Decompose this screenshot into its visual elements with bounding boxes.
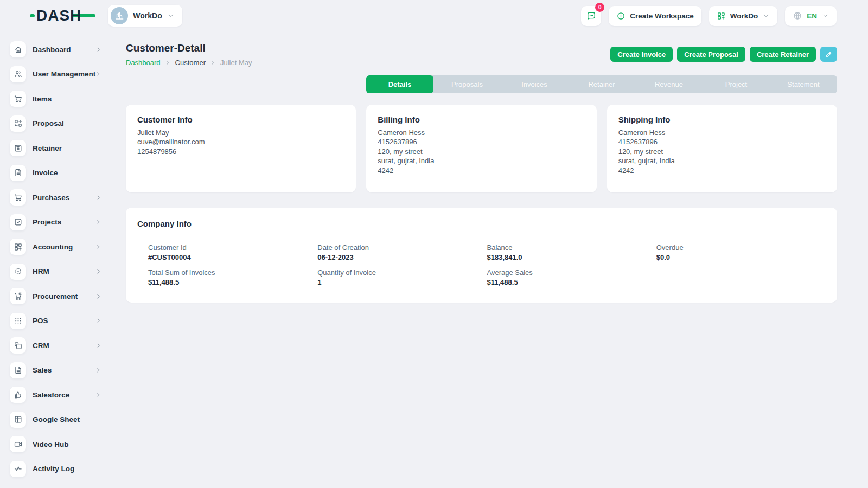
card-line: surat, gujrat, India bbox=[618, 156, 826, 165]
field-label: Overdue bbox=[656, 243, 826, 252]
card-title: Customer Info bbox=[137, 115, 344, 124]
tab-proposals[interactable]: Proposals bbox=[433, 75, 501, 93]
card-lines: Cameron Hess4152637896120, my streetsura… bbox=[618, 128, 826, 175]
thumbs-up-icon bbox=[10, 387, 26, 403]
sidebar: Dashboard User Management Items Proposal… bbox=[0, 41, 115, 485]
activity-icon bbox=[10, 461, 26, 477]
tab-invoices[interactable]: Invoices bbox=[501, 75, 568, 93]
main-content: Customer-Detail DashboardCustomerJuliet … bbox=[126, 39, 837, 303]
messages-button[interactable]: 0 bbox=[581, 6, 601, 26]
sidebar-item-user-management[interactable]: User Management bbox=[10, 66, 115, 82]
create-proposal-button[interactable]: Create Proposal bbox=[677, 47, 745, 62]
chevron-right-icon bbox=[95, 391, 102, 399]
card-lines: Juliet Maycuve@mailinator.com1254879856 bbox=[137, 128, 344, 156]
customer-info-card: Customer Info Juliet Maycuve@mailinator.… bbox=[126, 105, 356, 192]
sidebar-item-retainer[interactable]: Retainer bbox=[10, 140, 115, 156]
focus-icon bbox=[10, 264, 26, 280]
sidebar-item-hrm[interactable]: HRM bbox=[10, 264, 115, 280]
edit-button[interactable] bbox=[820, 47, 837, 62]
field-value: 1 bbox=[317, 278, 487, 286]
sidebar-item-pos[interactable]: POS bbox=[10, 313, 115, 329]
create-workspace-button[interactable]: Create Workspace bbox=[609, 6, 701, 26]
grid-plus-icon bbox=[717, 11, 726, 21]
building-icon bbox=[111, 7, 128, 24]
company-field-customer-id: Customer Id #CUST00004 bbox=[148, 243, 317, 261]
company-field-balance: Balance $183,841.0 bbox=[487, 243, 656, 261]
tab-details[interactable]: Details bbox=[366, 75, 433, 93]
card-line: 4242 bbox=[618, 166, 826, 175]
field-value: 06-12-2023 bbox=[317, 253, 487, 261]
home-icon bbox=[10, 41, 26, 57]
card-line: Cameron Hess bbox=[378, 128, 585, 137]
company-field-average-sales: Average Sales $11,488.5 bbox=[487, 268, 656, 286]
card-line: cuve@mailinator.com bbox=[137, 137, 344, 146]
topbar-right: 0 Create Workspace WorkDo EN bbox=[581, 6, 837, 26]
sidebar-item-sales[interactable]: Sales bbox=[10, 362, 115, 378]
video-icon bbox=[10, 436, 26, 452]
app-logo[interactable]: DASH bbox=[30, 7, 95, 24]
workspace-selector[interactable]: WorkDo bbox=[108, 5, 182, 27]
sidebar-item-invoice[interactable]: Invoice bbox=[10, 165, 115, 181]
shipping-info-card: Shipping Info Cameron Hess4152637896120,… bbox=[607, 105, 837, 192]
sidebar-item-procurement[interactable]: Procurement bbox=[10, 288, 115, 304]
company-field-date-of-creation: Date of Creation 06-12-2023 bbox=[317, 243, 487, 261]
field-value: $183,841.0 bbox=[487, 253, 656, 261]
chevron-right-icon bbox=[95, 317, 102, 324]
sidebar-item-dashboard[interactable]: Dashboard bbox=[10, 41, 115, 57]
card-line: 1254879856 bbox=[137, 147, 344, 156]
sidebar-item-video-hub[interactable]: Video Hub bbox=[10, 436, 115, 452]
chevron-right-icon bbox=[95, 342, 102, 349]
field-value: $11,488.5 bbox=[487, 278, 656, 286]
breadcrumb-item-juliet-may: Juliet May bbox=[220, 59, 252, 67]
chevron-right-icon bbox=[95, 46, 102, 53]
company-info-card: Company Info Customer Id #CUST00004Date … bbox=[126, 208, 837, 303]
grid-dots-icon bbox=[10, 313, 26, 329]
file-icon bbox=[10, 362, 26, 378]
field-label: Total Sum of Invoices bbox=[148, 268, 317, 277]
page-title-block: Customer-Detail DashboardCustomerJuliet … bbox=[126, 42, 252, 67]
chevron-right-icon bbox=[95, 367, 102, 374]
sidebar-item-projects[interactable]: Projects bbox=[10, 214, 115, 230]
card-line: 4242 bbox=[378, 166, 585, 175]
card-line: 4152637896 bbox=[378, 137, 585, 146]
sidebar-item-crm[interactable]: CRM bbox=[10, 337, 115, 354]
sidebar-item-items[interactable]: Items bbox=[10, 91, 115, 107]
sidebar-item-google-sheet[interactable]: Google Sheet bbox=[10, 412, 115, 428]
sidebar-item-activity-log[interactable]: Activity Log bbox=[10, 461, 115, 477]
card-title: Billing Info bbox=[378, 115, 585, 124]
breadcrumb-item-dashboard[interactable]: Dashboard bbox=[126, 59, 161, 67]
sidebar-item-proposal[interactable]: Proposal bbox=[10, 115, 115, 132]
chevron-down-icon bbox=[167, 12, 175, 20]
sidebar-item-accounting[interactable]: Accounting bbox=[10, 239, 115, 255]
transfer-icon bbox=[10, 115, 26, 132]
create-retainer-button[interactable]: Create Retainer bbox=[750, 47, 816, 62]
breadcrumb-item-customer[interactable]: Customer bbox=[175, 59, 206, 67]
tab-retainer[interactable]: Retainer bbox=[568, 75, 635, 93]
pencil-icon bbox=[825, 50, 833, 59]
company-field-quantity-of-invoice: Quantity of Invoice 1 bbox=[317, 268, 487, 286]
tab-revenue[interactable]: Revenue bbox=[635, 75, 703, 93]
chevron-down-icon bbox=[821, 12, 829, 20]
chevron-right-icon bbox=[95, 293, 102, 300]
globe-icon bbox=[793, 11, 802, 21]
language-selector[interactable]: EN bbox=[785, 6, 837, 26]
field-value: #CUST00004 bbox=[148, 253, 317, 261]
company-info-grid: Customer Id #CUST00004Date of Creation 0… bbox=[137, 243, 826, 286]
language-code: EN bbox=[807, 12, 817, 20]
page-header: Customer-Detail DashboardCustomerJuliet … bbox=[126, 42, 837, 67]
chevron-down-icon bbox=[762, 12, 770, 20]
copy-box-icon bbox=[10, 337, 26, 354]
sidebar-item-salesforce[interactable]: Salesforce bbox=[10, 387, 115, 403]
workspace-dropdown[interactable]: WorkDo bbox=[709, 6, 778, 26]
create-invoice-button[interactable]: Create Invoice bbox=[610, 47, 673, 62]
field-label: Quantity of Invoice bbox=[317, 268, 487, 277]
tab-project[interactable]: Project bbox=[703, 75, 770, 93]
tab-statement[interactable]: Statement bbox=[770, 75, 837, 93]
card-line: 120, my street bbox=[618, 147, 826, 156]
sidebar-item-purchases[interactable]: Purchases bbox=[10, 189, 115, 206]
card-line: surat, gujrat, India bbox=[378, 156, 585, 165]
chevron-right-icon bbox=[95, 70, 102, 78]
tab-bar: DetailsProposalsInvoicesRetainerRevenueP… bbox=[366, 75, 837, 93]
breadcrumb: DashboardCustomerJuliet May bbox=[126, 59, 252, 67]
save-icon bbox=[10, 140, 26, 156]
